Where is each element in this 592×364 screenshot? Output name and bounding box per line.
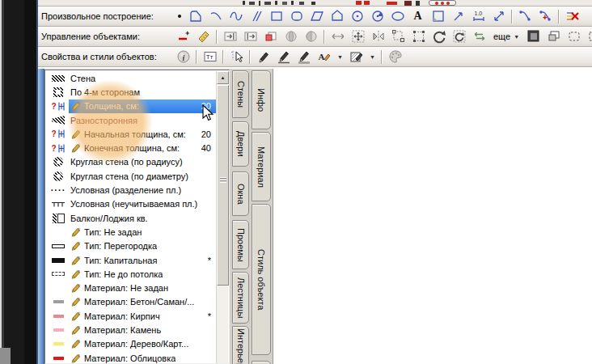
list-item[interactable]: ?sКонечная толщина, см:40: [46, 141, 216, 154]
polyline-add-node-icon[interactable]: +: [535, 8, 556, 25]
ruler-icon[interactable]: [193, 28, 214, 45]
move-icon[interactable]: [348, 28, 368, 45]
stretch-icon[interactable]: [328, 28, 348, 45]
toolbar-fragment-box: [429, 0, 456, 6]
text-style-icon[interactable]: Tт: [200, 49, 220, 66]
pentagon-icon[interactable]: [327, 8, 347, 25]
caret-icon[interactable]: ▼: [334, 49, 346, 66]
list-item[interactable]: sТип: Капитальная*: [46, 253, 216, 267]
list-item[interactable]: sМатериал: Облицовка: [46, 351, 216, 363]
list-item[interactable]: Балкон/Лоджия кв.: [46, 211, 216, 225]
palette-icon[interactable]: [385, 49, 405, 66]
tab-проемы[interactable]: Проемы: [232, 220, 249, 269]
list-item[interactable]: sМатериал: Бетон/Саман/...: [46, 295, 216, 309]
type-solid-icon: [48, 258, 69, 263]
toolbar-icons: еще▼123: [173, 27, 592, 46]
insert-right-icon[interactable]: [240, 28, 260, 45]
tab-двери[interactable]: Двери: [232, 121, 249, 167]
dimension-icon[interactable]: 1.0: [468, 8, 488, 25]
pick-style-icon[interactable]: [226, 49, 247, 66]
list-item[interactable]: sТип: Не задан: [46, 225, 216, 239]
list-item[interactable]: ?sНачальная толщина, см:20: [46, 127, 216, 141]
ellipse-icon[interactable]: [387, 8, 408, 25]
delete-objects-icon[interactable]: [562, 8, 582, 25]
rotate-icon[interactable]: [429, 28, 449, 45]
overlap-square-icon[interactable]: [260, 28, 281, 45]
list-item[interactable]: Разносторонняя: [46, 113, 216, 127]
tab-стиль-объекта[interactable]: Стиль объекта: [252, 204, 271, 355]
type-dashed-icon: [48, 272, 69, 276]
list-item-label: Условная (неучитываемая пл.): [70, 199, 197, 209]
svg-text:s: s: [78, 311, 80, 315]
scrollbar-thumb[interactable]: [217, 85, 229, 286]
toolbar-fragment: [311, 2, 315, 5]
marquee-center-icon[interactable]: [584, 28, 592, 45]
polyline-nodes-icon[interactable]: [515, 8, 535, 25]
scrollbar[interactable]: ▲: [216, 71, 228, 363]
arc-icon[interactable]: [205, 8, 226, 25]
pencil-apply-alt-icon[interactable]: [294, 49, 314, 66]
parallel-lines-icon[interactable]: [246, 8, 266, 25]
list-item[interactable]: sТип: Не до потолка: [46, 267, 216, 281]
drawing-canvas[interactable]: [273, 69, 592, 364]
tab-окна[interactable]: Окна: [232, 171, 249, 216]
list-item-label: Разносторонняя: [70, 116, 137, 125]
list-item[interactable]: sМатериал: Дерево/Карт...: [46, 337, 216, 351]
list-item[interactable]: Стена: [46, 71, 216, 85]
polygon-wall-icon[interactable]: [185, 8, 205, 25]
list-item[interactable]: ····Условная (разделение пл.): [46, 183, 216, 197]
background-window-edge: [0, 0, 36, 364]
pencil-icon: s: [69, 296, 82, 307]
disabled-circle-a-icon[interactable]: [281, 28, 301, 45]
pencil-apply-icon[interactable]: [273, 49, 294, 66]
circle-center-icon[interactable]: [347, 8, 367, 25]
disabled-circle-b-icon[interactable]: [301, 28, 321, 45]
scrollbar-up-button[interactable]: ▲: [217, 71, 229, 84]
circle-sector-icon[interactable]: [367, 8, 387, 25]
tab-интерьер[interactable]: Интерьер: [232, 326, 249, 364]
tab-лестницы[interactable]: Лестницы: [232, 272, 249, 324]
rounded-rect-icon[interactable]: [286, 8, 307, 25]
list-item-label: Тип: Не задан: [84, 227, 142, 237]
tab-стены[interactable]: Стены: [232, 70, 249, 118]
parallelogram-icon[interactable]: [307, 8, 327, 25]
tab-partial[interactable]: [252, 361, 271, 364]
red-dimension-icon[interactable]: [173, 28, 193, 45]
list-item[interactable]: Круглая стена (по диаметру): [46, 169, 216, 183]
info-icon[interactable]: i: [173, 49, 193, 66]
tab-материал[interactable]: Материал: [252, 132, 271, 201]
list-item[interactable]: Условная (неучитываемая пл.): [46, 197, 216, 211]
list-item[interactable]: sМатериал: Кирпич*: [46, 309, 216, 323]
spline-icon[interactable]: [226, 8, 246, 25]
point-icon[interactable]: [173, 8, 185, 25]
corner-region-icon[interactable]: [428, 8, 448, 25]
list-item[interactable]: ?sТолщина, см:20: [46, 99, 216, 113]
copy-objects-icon[interactable]: [543, 28, 564, 45]
rect-icon[interactable]: [266, 8, 286, 25]
fill-style-icon[interactable]: [346, 49, 366, 66]
caret-icon[interactable]: ▼: [366, 49, 378, 66]
font-style-icon[interactable]: A: [314, 49, 334, 66]
scale-icon[interactable]: [388, 28, 408, 45]
tab-инфо[interactable]: Инфо: [252, 70, 271, 129]
transform-icon[interactable]: [408, 28, 429, 45]
mirror-icon[interactable]: [368, 28, 388, 45]
list-item[interactable]: По 4-м сторонам: [46, 85, 216, 99]
rotate-selection-icon[interactable]: [449, 28, 469, 45]
list-item[interactable]: sМатериал: Не задан: [46, 281, 216, 294]
list-item[interactable]: sМатериал: Камень: [46, 323, 216, 336]
svg-text:A: A: [318, 52, 324, 61]
resize-arrows-icon[interactable]: [488, 8, 509, 25]
tab-label: Проемы: [236, 228, 246, 262]
more-button[interactable]: еще▼: [489, 28, 523, 45]
pencil-icon[interactable]: [253, 49, 273, 66]
list-item[interactable]: Круглая стена (по радиусу): [46, 155, 216, 169]
contrast-square-icon[interactable]: [523, 28, 543, 45]
toolbar-fragment: [264, 2, 271, 5]
marquee-icon[interactable]: [564, 28, 584, 45]
insert-left-icon[interactable]: [220, 28, 240, 45]
swap-icon[interactable]: [469, 28, 489, 45]
arrow-ne-icon[interactable]: [448, 8, 468, 25]
list-item[interactable]: sТип: Перегородка: [46, 239, 216, 253]
text-icon[interactable]: A: [408, 8, 428, 25]
